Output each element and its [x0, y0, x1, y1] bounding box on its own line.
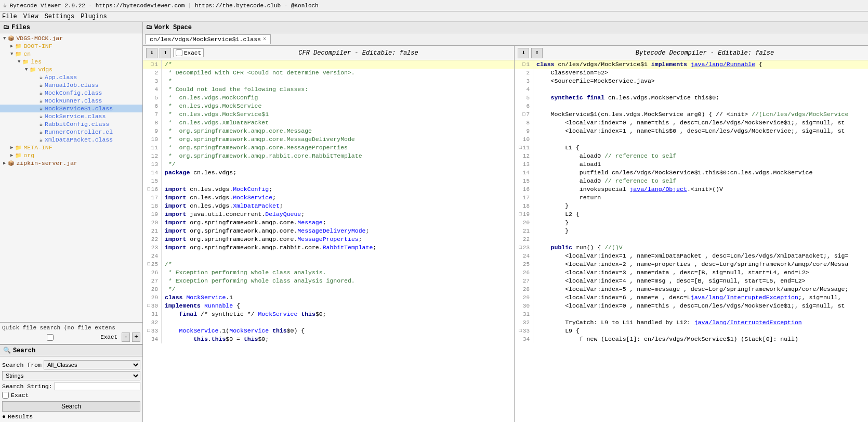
- line-content: import org.springframework.amqp.core.Mes…: [162, 235, 514, 244]
- fold-icon[interactable]: ▼: [3, 36, 6, 41]
- tree-item[interactable]: ☕RunnerController.cl: [0, 128, 142, 136]
- search-string-input[interactable]: [55, 382, 140, 390]
- menu-settings[interactable]: Settings: [45, 13, 75, 20]
- fold-icon[interactable]: ▶: [10, 43, 13, 49]
- bytecode-download-btn[interactable]: ⬇: [518, 48, 529, 58]
- code-line: 13 */: [143, 160, 514, 169]
- fold-icon[interactable]: ▼: [18, 59, 20, 65]
- cfr-code-body[interactable]: □1/*2 * Decompiled with CFR <Could not d…: [143, 60, 514, 422]
- menu-plugins[interactable]: Plugins: [81, 13, 107, 20]
- tree-item[interactable]: ▶📁org: [0, 151, 142, 159]
- code-fold-btn[interactable]: □: [147, 327, 150, 335]
- code-fold-btn[interactable]: □: [519, 327, 521, 335]
- code-fold-btn[interactable]: □: [147, 260, 150, 268]
- line-number: 32: [143, 318, 162, 327]
- search-string-row: Search String:: [2, 382, 140, 390]
- cfr-exact-checkbox[interactable]: [176, 49, 182, 56]
- line-content: /*: [162, 260, 514, 268]
- tab-mockservice1[interactable]: cn/les/vdgs/MockService$1.class ×: [145, 34, 271, 44]
- line-number: 31: [515, 310, 533, 318]
- code-fold-btn[interactable]: □: [147, 302, 150, 310]
- fold-icon[interactable]: ▶: [10, 152, 13, 158]
- tree-item[interactable]: ▼📁cn: [0, 50, 142, 58]
- tree-item-icon: 📁: [30, 67, 36, 73]
- menu-view[interactable]: View: [23, 13, 38, 20]
- tree-item[interactable]: ▼📦VDGS-MOCK.jar: [0, 34, 142, 42]
- tree-item[interactable]: ▶📦zipkin-server.jar: [0, 159, 142, 167]
- quick-search-remove-btn[interactable]: -: [122, 333, 130, 342]
- code-line: 21import org.springframework.amqp.core.M…: [143, 227, 514, 235]
- line-number: 26: [515, 268, 533, 277]
- code-line: 8 * cn.les.vdgs.XmlDataPacket: [143, 119, 514, 127]
- cfr-download-btn[interactable]: ⬇: [146, 48, 157, 58]
- line-number: 2: [143, 69, 162, 77]
- line-number: 8: [143, 119, 162, 127]
- tree-item[interactable]: ☕MockConfig.class: [0, 89, 142, 97]
- work-space: 🗂 Work Space cn/les/vdgs/MockService$1.c…: [143, 22, 868, 422]
- code-fold-btn[interactable]: □: [151, 60, 153, 69]
- tab-label: cn/les/vdgs/MockService$1.class: [150, 36, 261, 43]
- fold-icon[interactable]: ▼: [25, 67, 28, 72]
- code-area: ⬇ ⬆ Exact CFR Decompiler - Editable: fal…: [143, 46, 868, 422]
- tree-item[interactable]: ☕MockService.class: [0, 112, 142, 120]
- tree-item[interactable]: ☕MockService$1.class: [0, 105, 142, 112]
- tree-item[interactable]: ▼📁les: [0, 58, 142, 66]
- code-line: 4: [515, 85, 868, 94]
- tree-item-label: cn: [23, 50, 31, 57]
- code-fold-btn[interactable]: □: [519, 210, 521, 219]
- app-icon: ☕: [3, 2, 7, 9]
- tree-item[interactable]: ☕MockRunner.class: [0, 97, 142, 105]
- line-content: [533, 85, 868, 94]
- tree-item-icon: ☕: [40, 82, 43, 88]
- code-fold-btn[interactable]: □: [519, 244, 521, 252]
- quick-search-add-btn[interactable]: +: [132, 333, 140, 342]
- fold-icon[interactable]: ▶: [3, 160, 6, 166]
- code-fold-btn[interactable]: □: [147, 185, 150, 194]
- tree-item[interactable]: ☕App.class: [0, 73, 142, 81]
- line-number: □7: [515, 110, 533, 119]
- fold-icon[interactable]: ▶: [10, 145, 13, 150]
- code-line: 3 *: [143, 77, 514, 85]
- cfr-upload-btn[interactable]: ⬆: [160, 48, 171, 58]
- line-number: □11: [515, 144, 533, 152]
- search-button[interactable]: Search: [2, 401, 140, 412]
- tree-item[interactable]: ▶📁BOOT-INF: [0, 42, 142, 50]
- search-type-select[interactable]: Strings Numbers Fields Methods: [2, 371, 140, 380]
- code-line: □1class cn/les/vdgs/MockService$1 implem…: [515, 60, 868, 69]
- code-line: 9 <localVar:index=1 , name=this$0 , desc…: [515, 127, 868, 135]
- code-fold-btn[interactable]: □: [522, 60, 525, 69]
- tab-close-btn[interactable]: ×: [263, 36, 266, 42]
- tree-item-label: VDGS-MOCK.jar: [16, 35, 63, 42]
- tree-item[interactable]: ▼📁vdgs: [0, 66, 142, 73]
- file-tree[interactable]: ▼📦VDGS-MOCK.jar▶📁BOOT-INF▼📁cn▼📁les▼📁vdgs…: [0, 33, 142, 322]
- code-line: 22: [515, 235, 868, 244]
- tree-item[interactable]: ☕ManualJob.class: [0, 81, 142, 89]
- tree-item[interactable]: ☕XmlDataPacket.class: [0, 136, 142, 144]
- tree-item[interactable]: ▶📁META-INF: [0, 144, 142, 151]
- tree-item[interactable]: ☕RabbitConfig.class: [0, 120, 142, 128]
- code-line: 15 aload0 // reference to self: [515, 177, 868, 185]
- code-line: 23import org.springframework.amqp.rabbit…: [143, 244, 514, 252]
- line-number: 5: [143, 94, 162, 102]
- code-line: 27 <localVar:index=4 , name=msg , desc=[…: [515, 277, 868, 285]
- tree-item-icon: 📁: [15, 145, 21, 151]
- tree-item-label: les: [31, 58, 42, 65]
- line-number: 28: [143, 285, 162, 293]
- bytecode-code-body[interactable]: □1class cn/les/vdgs/MockService$1 implem…: [515, 60, 868, 422]
- line-number: 22: [143, 235, 162, 244]
- search-from-select[interactable]: All_Classes Current_Class: [44, 360, 140, 369]
- line-number: 10: [143, 135, 162, 144]
- line-number: 5: [515, 94, 533, 102]
- line-content: import cn.les.vdgs.XmlDataPacket;: [162, 202, 514, 210]
- line-number: 31: [143, 310, 162, 318]
- code-fold-btn[interactable]: □: [522, 110, 525, 119]
- search-exact-checkbox[interactable]: [2, 392, 9, 399]
- menu-file[interactable]: File: [2, 13, 17, 20]
- line-content: public run() { //()V: [533, 244, 868, 252]
- code-line: 10 * org.springframework.amqp.core.Messa…: [143, 135, 514, 144]
- quick-search-exact-checkbox[interactable]: [2, 334, 98, 341]
- tree-item-icon: ☕: [40, 98, 43, 104]
- fold-icon[interactable]: ▼: [10, 52, 13, 57]
- code-fold-btn[interactable]: □: [519, 144, 521, 152]
- bytecode-upload-btn[interactable]: ⬆: [531, 48, 543, 58]
